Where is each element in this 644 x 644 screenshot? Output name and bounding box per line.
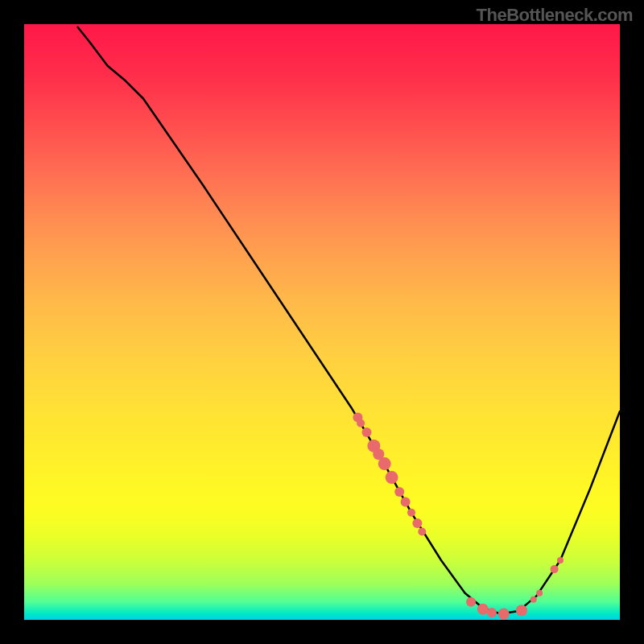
watermark-text: TheBottleneck.com [477,5,633,26]
gradient-background [24,24,620,620]
plot-area [24,24,620,620]
chart-container: TheBottleneck.com [0,0,644,644]
